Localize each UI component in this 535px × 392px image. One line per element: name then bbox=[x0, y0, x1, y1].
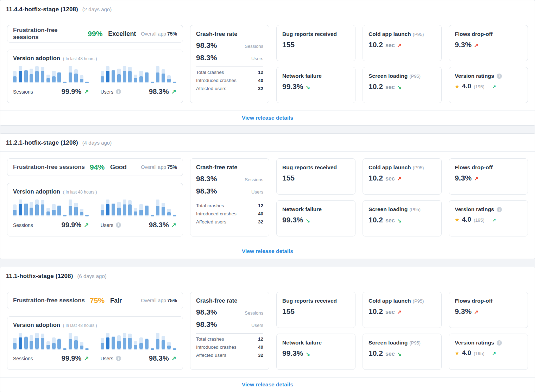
total-crashes-row: Total crashes 12 bbox=[196, 203, 263, 208]
cold-app-launch-title: Cold app launch (P95) bbox=[369, 31, 436, 37]
chart-bar bbox=[85, 348, 89, 350]
cold-app-launch-title: Cold app launch (P95) bbox=[369, 298, 436, 304]
info-icon[interactable]: i bbox=[497, 340, 502, 346]
overall-app-label: Overall app bbox=[141, 31, 166, 37]
cold-app-launch-value: 10.2 bbox=[369, 40, 383, 49]
frustration-value: 99% bbox=[88, 30, 102, 38]
chart-bar bbox=[162, 69, 165, 83]
network-failure-card: Network failure 99.3% ↘ bbox=[276, 67, 355, 103]
crash-sessions-value: 98.3% bbox=[196, 41, 217, 50]
trend-up-icon: ↗ bbox=[397, 176, 402, 181]
users-value: 98.3%↗ bbox=[149, 88, 176, 96]
info-icon[interactable]: i bbox=[116, 89, 121, 94]
info-icon[interactable]: i bbox=[116, 356, 121, 361]
seconds-unit: sec bbox=[385, 217, 395, 224]
sessions-percent: 99.9% bbox=[62, 354, 82, 362]
network-failure-value-row: 99.3% ↘ bbox=[282, 349, 350, 358]
view-release-details-link[interactable]: View release details bbox=[242, 248, 293, 254]
chart-bar bbox=[156, 66, 159, 83]
chart-bar bbox=[30, 335, 33, 350]
view-release-details-link[interactable]: View release details bbox=[242, 115, 293, 121]
chart-bar bbox=[151, 82, 154, 83]
crash-users-label: Users bbox=[251, 189, 263, 195]
introduced-crashes-label: Introduced crashes bbox=[196, 78, 237, 83]
chart-bar bbox=[106, 333, 109, 350]
version-adoption-title-row: Version adoption ( In last 48 hours ) bbox=[13, 55, 177, 62]
chart-bar bbox=[128, 200, 132, 216]
p95-label: (P95) bbox=[409, 340, 421, 346]
release-card: 11.4.4-hotfix-stage (1208) (2 days ago) … bbox=[0, 0, 535, 126]
trend-up-icon: ↗ bbox=[171, 222, 176, 228]
chart-bar bbox=[13, 204, 17, 216]
sessions-label: Sessions bbox=[13, 222, 33, 228]
flows-dropoff-title: Flows drop-off bbox=[455, 164, 522, 171]
users-value: 98.3%↗ bbox=[149, 221, 176, 229]
chart-bar bbox=[134, 75, 137, 83]
overall-app-label: Overall app bbox=[141, 298, 166, 303]
version-adoption-title-row: Version adoption ( In last 48 hours ) bbox=[13, 188, 177, 195]
chart-bar bbox=[117, 335, 121, 350]
chart-bar bbox=[151, 348, 154, 350]
chart-bar bbox=[41, 200, 44, 216]
metrics-column-2: Cold app launch (P95) 10.2 sec ↗ Screen … bbox=[363, 292, 442, 370]
sessions-bar-chart bbox=[13, 66, 89, 83]
users-label: Users bbox=[101, 222, 114, 228]
affected-users-row: Affected users 32 bbox=[196, 219, 263, 225]
crash-users-value: 98.3% bbox=[196, 53, 217, 62]
metrics-column-1: Bug reports received 155 Network failure… bbox=[276, 292, 355, 370]
crash-users-row: 98.3% Users bbox=[196, 320, 263, 329]
total-crashes-label: Total crashes bbox=[196, 336, 224, 342]
chart-bar bbox=[19, 200, 22, 216]
flows-dropoff-card: Flows drop-off 9.3% ↗ bbox=[449, 25, 528, 61]
network-failure-value-row: 99.3% ↘ bbox=[282, 216, 350, 224]
info-icon[interactable]: i bbox=[116, 222, 121, 228]
bug-reports-card: Bug reports received 155 bbox=[276, 25, 355, 61]
overall-app-label: Overall app bbox=[141, 164, 166, 170]
users-summary-row: Users i 98.3%↗ bbox=[101, 221, 177, 229]
adoption-sessions-panel: Sessions 99.9%↗ bbox=[13, 66, 95, 96]
left-column: Frustration-free sessions 99% Excellent … bbox=[7, 25, 183, 103]
adoption-users-panel: Users i 98.3%↗ bbox=[95, 333, 177, 362]
info-icon[interactable]: i bbox=[497, 74, 502, 79]
chart-bar bbox=[52, 337, 56, 350]
affected-users-value: 32 bbox=[258, 86, 263, 91]
view-release-details-link[interactable]: View release details bbox=[242, 381, 293, 387]
chart-bar bbox=[145, 72, 149, 83]
sessions-label: Sessions bbox=[13, 356, 33, 361]
rating-value: 4.0 bbox=[462, 82, 471, 90]
chart-bar bbox=[162, 203, 165, 216]
sessions-percent: 99.9% bbox=[62, 88, 82, 96]
sessions-bar-chart bbox=[13, 200, 89, 216]
chart-bar bbox=[52, 71, 56, 83]
frustration-value: 94% bbox=[90, 163, 105, 171]
chart-bar bbox=[57, 205, 61, 216]
crash-free-rate-card: Crash-free rate 98.3% Sessions 98.3% Use… bbox=[190, 292, 269, 370]
adoption-sessions-panel: Sessions 99.9%↗ bbox=[13, 333, 95, 362]
chart-bar bbox=[167, 342, 171, 350]
metrics-column-2: Cold app launch (P95) 10.2 sec ↗ Screen … bbox=[363, 25, 442, 103]
sessions-summary-row: Sessions 99.9%↗ bbox=[13, 88, 89, 96]
crash-users-label: Users bbox=[251, 323, 263, 328]
chart-bar bbox=[46, 208, 50, 216]
chart-bar bbox=[106, 200, 109, 216]
introduced-crashes-value: 40 bbox=[258, 211, 263, 216]
release-title: 11.1-hotfix-stage (1208) bbox=[6, 273, 73, 280]
release-card: 11.1-hotfix-stage (1208) (6 days ago) Fr… bbox=[0, 267, 535, 392]
cold-app-launch-label: Cold app launch bbox=[369, 31, 411, 37]
p95-label: (P95) bbox=[413, 298, 424, 304]
flows-dropoff-title: Flows drop-off bbox=[455, 298, 522, 304]
screen-loading-value-row: 10.2 sec ↘ bbox=[369, 82, 436, 91]
trend-up-icon: ↗ bbox=[171, 89, 176, 95]
info-icon[interactable]: i bbox=[497, 207, 502, 212]
trend-down-icon: ↘ bbox=[397, 218, 402, 223]
chart-bar bbox=[57, 339, 61, 350]
release-body: Frustration-free sessions 94% Good Overa… bbox=[0, 152, 535, 244]
introduced-crashes-row: Introduced crashes 40 bbox=[196, 78, 263, 83]
star-icon: ★ bbox=[455, 217, 459, 223]
crash-free-rate-card: Crash-free rate 98.3% Sessions 98.3% Use… bbox=[190, 158, 269, 236]
rating-value: 4.0 bbox=[462, 216, 471, 223]
cold-app-launch-label: Cold app launch bbox=[369, 164, 411, 171]
chart-bar bbox=[106, 66, 109, 83]
release-title: 11.2.1-hotfix-stage (1208) bbox=[6, 139, 78, 146]
seconds-unit: sec bbox=[385, 351, 395, 357]
